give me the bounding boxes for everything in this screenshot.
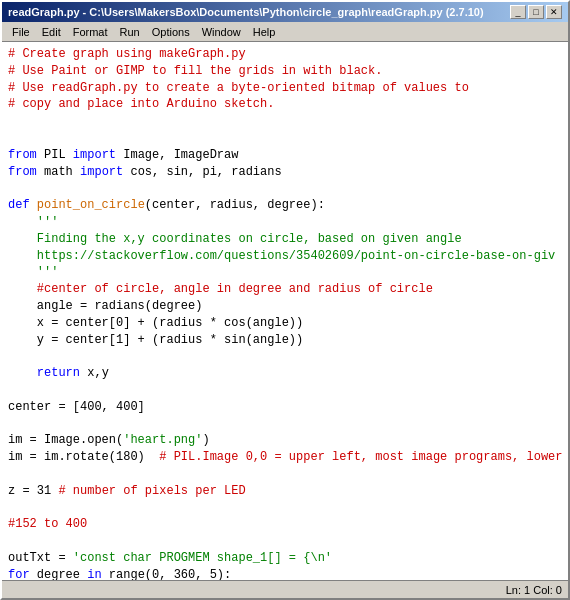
menu-help[interactable]: Help bbox=[247, 25, 282, 39]
minimize-button[interactable]: _ bbox=[510, 5, 526, 19]
close-button[interactable]: ✕ bbox=[546, 5, 562, 19]
cursor-position: Ln: 1 Col: 0 bbox=[506, 584, 562, 596]
window-title: readGraph.py - C:\Users\MakersBox\Docume… bbox=[8, 6, 484, 18]
editor-container: # Create graph using makeGraph.py # Use … bbox=[2, 42, 568, 580]
menu-format[interactable]: Format bbox=[67, 25, 114, 39]
menu-bar: File Edit Format Run Options Window Help bbox=[2, 22, 568, 42]
menu-run[interactable]: Run bbox=[114, 25, 146, 39]
maximize-button[interactable]: □ bbox=[528, 5, 544, 19]
main-window: readGraph.py - C:\Users\MakersBox\Docume… bbox=[0, 0, 570, 600]
menu-window[interactable]: Window bbox=[196, 25, 247, 39]
menu-options[interactable]: Options bbox=[146, 25, 196, 39]
status-bar: Ln: 1 Col: 0 bbox=[2, 580, 568, 598]
window-controls: _ □ ✕ bbox=[510, 5, 562, 19]
menu-edit[interactable]: Edit bbox=[36, 25, 67, 39]
code-editor[interactable]: # Create graph using makeGraph.py # Use … bbox=[2, 42, 568, 580]
menu-file[interactable]: File bbox=[6, 25, 36, 39]
title-bar: readGraph.py - C:\Users\MakersBox\Docume… bbox=[2, 2, 568, 22]
